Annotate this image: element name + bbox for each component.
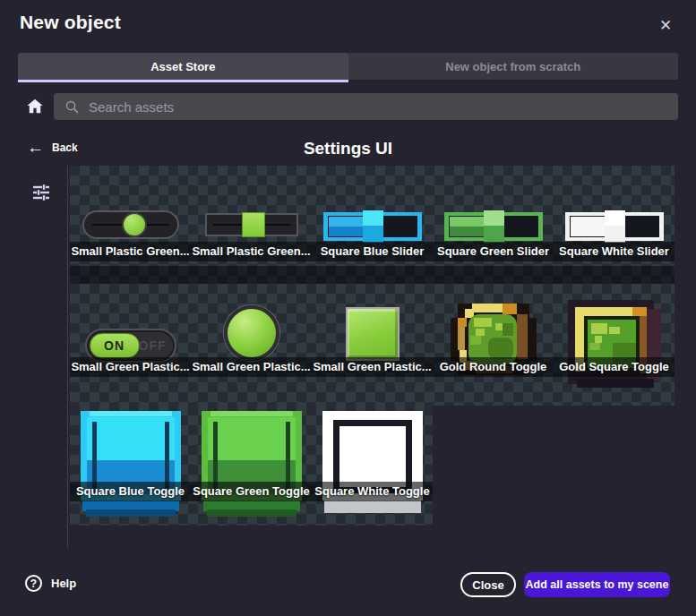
asset-tile[interactable]: Square Blue Toggle — [70, 406, 191, 526]
button-square-preview — [346, 307, 400, 361]
asset-tile[interactable]: Square Blue Slider — [312, 166, 433, 266]
asset-grid: Small Plastic Green...Small Plastic Gree… — [70, 166, 675, 526]
new-object-dialog: New object ✕ Asset Store New object from… — [0, 0, 696, 616]
section-title: Settings UI — [0, 139, 696, 158]
asset-row-toggles-large: Square Blue Toggle Square Green Toggle S… — [70, 406, 433, 526]
back-button[interactable]: ← Back — [27, 139, 78, 156]
asset-label: Square Green Toggle — [191, 482, 312, 501]
square-toggle-blue-preview — [81, 411, 181, 520]
asset-label: Square Blue Slider — [312, 242, 433, 261]
asset-label: Square Green Slider — [433, 242, 554, 261]
back-arrow-icon: ← — [27, 139, 44, 156]
square-slider-white-preview — [565, 210, 664, 246]
tab-new-object-from-scratch[interactable]: New object from scratch — [348, 53, 679, 80]
close-button[interactable]: Close — [460, 572, 516, 597]
search-bar — [54, 93, 678, 120]
asset-label: Square Blue Toggle — [70, 482, 191, 501]
button-circle-preview — [224, 305, 279, 361]
asset-tile[interactable]: Small Green Plastic... — [312, 284, 433, 406]
tab-asset-store[interactable]: Asset Store — [18, 53, 348, 80]
asset-tile[interactable]: Small Plastic Green... — [191, 166, 312, 266]
search-icon — [64, 99, 80, 115]
row-separator — [70, 266, 675, 284]
asset-label: Small Plastic Green... — [191, 242, 312, 261]
search-input[interactable] — [87, 98, 678, 116]
asset-row-toggles-small: ONOFFSmall Green Plastic...Small Green P… — [70, 284, 675, 406]
asset-tile[interactable]: Square White Slider — [554, 166, 675, 266]
asset-label: Small Green Plastic... — [312, 357, 433, 377]
asset-tile[interactable]: ONOFFSmall Green Plastic... — [70, 284, 191, 406]
asset-label: Gold Round Toggle — [433, 357, 554, 377]
square-toggle-green-preview — [202, 411, 302, 520]
asset-tile[interactable]: Square White Toggle — [312, 406, 433, 526]
gold-square-preview — [568, 300, 661, 391]
asset-tile[interactable]: Square Green Toggle — [191, 406, 312, 526]
panel-divider — [67, 166, 68, 548]
help-icon: ? — [25, 575, 42, 592]
asset-tile[interactable]: Small Plastic Green... — [70, 166, 191, 266]
asset-label: Small Green Plastic... — [191, 357, 312, 377]
close-icon[interactable]: ✕ — [655, 14, 676, 36]
home-icon[interactable] — [23, 94, 47, 119]
asset-label: Square White Slider — [554, 242, 675, 261]
asset-tile[interactable]: Square Green Slider — [433, 166, 554, 266]
asset-tile[interactable]: Gold Round Toggle — [433, 284, 554, 406]
asset-label: Square White Toggle — [312, 482, 433, 501]
dialog-title: New object — [20, 12, 121, 33]
asset-label: Small Plastic Green... — [70, 242, 191, 261]
bar-slider-preview — [205, 210, 298, 236]
help-button[interactable]: ? Help — [25, 575, 76, 592]
square-slider-green-preview — [444, 210, 543, 246]
asset-tile[interactable]: Small Green Plastic... — [191, 284, 312, 406]
square-toggle-white-preview — [322, 411, 423, 520]
filter-tune-icon[interactable] — [30, 182, 52, 203]
pill-slider-preview — [82, 210, 179, 239]
asset-label: Gold Square Toggle — [554, 357, 675, 377]
asset-label: Small Green Plastic... — [70, 357, 191, 377]
asset-tile[interactable]: Gold Square Toggle — [554, 284, 675, 406]
square-slider-blue-preview — [323, 210, 422, 246]
tab-bar: Asset Store New object from scratch — [18, 53, 678, 80]
add-all-assets-button[interactable]: Add all assets to my scene — [524, 572, 670, 597]
asset-row-sliders: Small Plastic Green...Small Plastic Gree… — [70, 166, 675, 266]
